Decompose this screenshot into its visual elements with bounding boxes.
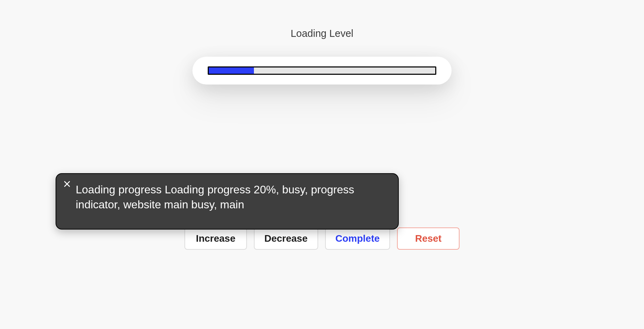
progress-bar[interactable] [208,66,436,75]
accessibility-tooltip: Loading progress Loading progress 20%, b… [56,173,399,230]
close-icon[interactable] [63,180,71,188]
progress-card [192,57,452,85]
reset-button[interactable]: Reset [397,227,460,250]
page-heading: Loading Level [291,28,354,39]
complete-button[interactable]: Complete [325,227,390,250]
tooltip-text: Loading progress Loading progress 20%, b… [76,182,386,212]
increase-button[interactable]: Increase [184,227,247,250]
buttons-row: Increase Decrease Complete Reset [184,227,460,250]
main-container: Loading Level [0,0,644,85]
decrease-button[interactable]: Decrease [254,227,318,250]
progress-fill [209,67,254,74]
